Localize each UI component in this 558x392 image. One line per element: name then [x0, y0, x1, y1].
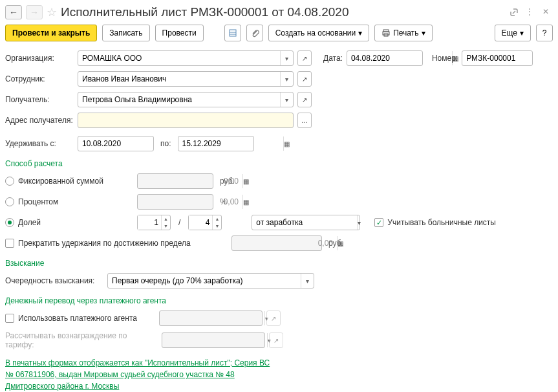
print-form-link[interactable]: В печатных формах отображается как "Испо…	[5, 357, 277, 392]
date-to-input[interactable]	[178, 136, 283, 151]
calendar-icon[interactable]: ▦	[283, 136, 290, 151]
fraction-num-input[interactable]	[138, 215, 161, 230]
date-label: Дата:	[323, 54, 343, 63]
employee-label: Сотрудник:	[5, 74, 74, 83]
recipient-label: Получатель:	[5, 95, 74, 104]
calculator-icon: ▦	[242, 174, 249, 188]
create-based-label: Создать на основании	[275, 28, 356, 38]
post-and-close-button[interactable]: Провести и закрыть	[5, 25, 97, 41]
stop-limit-label: Прекратить удержания по достижению преде…	[18, 239, 191, 248]
chevron-down-icon: ▾	[520, 28, 524, 38]
org-input[interactable]	[78, 51, 280, 65]
number-label: Номер:	[432, 54, 458, 63]
sick-leave-checkbox[interactable]	[374, 218, 383, 227]
number-input[interactable]	[462, 51, 558, 65]
fixed-radio[interactable]	[5, 177, 14, 186]
open-ref-button: ↗	[266, 310, 281, 326]
tariff-label: Рассчитывать вознаграждение по тарифу:	[5, 331, 158, 349]
employee-input[interactable]	[78, 72, 280, 86]
calculator-icon: ▦	[242, 195, 249, 209]
use-agent-label: Использовать платежного агента	[18, 314, 155, 323]
org-label: Организация:	[5, 54, 74, 63]
open-ref-button[interactable]: ↗	[297, 50, 312, 66]
chevron-down-icon: ▾	[422, 28, 425, 38]
dropdown-icon[interactable]: ▾	[301, 274, 314, 288]
fixed-label: Фиксированной суммой	[18, 177, 103, 186]
open-ref-button: ↗	[269, 332, 283, 348]
recipient-addr-label: Адрес получателя:	[5, 116, 74, 125]
queue-label: Очередность взыскания:	[5, 276, 103, 285]
stop-limit-checkbox[interactable]	[5, 239, 14, 248]
save-button[interactable]: Записать	[102, 25, 149, 41]
open-ref-button[interactable]: ↗	[297, 71, 312, 87]
create-based-on-button[interactable]: Создать на основании ▾	[268, 25, 370, 41]
limit-amount-input	[232, 236, 337, 250]
dropdown-icon[interactable]: ▾	[280, 72, 293, 86]
recipient-input[interactable]	[78, 93, 280, 107]
tariff-input	[162, 333, 267, 347]
open-ref-button[interactable]: ↗	[297, 92, 312, 107]
post-button[interactable]: Провести	[155, 25, 204, 41]
dropdown-icon[interactable]: ▾	[280, 51, 293, 65]
rub-unit: руб.	[220, 177, 235, 186]
ellipsis-button[interactable]: …	[297, 113, 312, 128]
window-title: Исполнительный лист РМЗК-000001 от 04.08…	[61, 5, 349, 19]
kebab-menu-icon[interactable]: ⋮	[526, 7, 536, 17]
from-salary-select[interactable]	[252, 215, 357, 230]
printer-icon	[381, 28, 391, 38]
structure-button[interactable]	[224, 25, 241, 41]
calc-method-header: Способ расчета	[5, 159, 553, 168]
nav-forward-button[interactable]: →	[26, 5, 43, 19]
spin-down[interactable]: ▼	[213, 223, 221, 230]
attachment-button[interactable]	[246, 25, 263, 41]
percent-label: Процентом	[18, 197, 58, 206]
link-icon[interactable]	[509, 7, 519, 17]
fraction-label: Долей	[18, 218, 41, 227]
percent-radio[interactable]	[5, 197, 14, 206]
recipient-addr-input[interactable]	[78, 113, 293, 127]
nav-back-button[interactable]: ←	[5, 5, 22, 19]
withhold-from-label: Удерживать с:	[5, 139, 74, 148]
to-label: по:	[160, 139, 171, 148]
dropdown-icon[interactable]: ▾	[357, 215, 361, 230]
chevron-down-icon: ▾	[358, 28, 362, 38]
more-button[interactable]: Еще ▾	[495, 25, 531, 41]
print-button[interactable]: Печать ▾	[374, 25, 432, 41]
pct-unit: %	[220, 197, 227, 206]
favorite-star-icon[interactable]: ☆	[47, 5, 57, 19]
spin-up[interactable]: ▲	[162, 215, 170, 223]
fraction-den-input[interactable]	[189, 215, 212, 230]
close-icon[interactable]: ✕	[542, 7, 553, 17]
svg-rect-0	[230, 30, 236, 36]
collection-header: Взыскание	[5, 259, 553, 268]
spin-down[interactable]: ▼	[162, 223, 170, 230]
fraction-radio[interactable]	[5, 218, 14, 227]
spin-up[interactable]: ▲	[213, 215, 221, 223]
help-button[interactable]: ?	[536, 25, 553, 41]
use-agent-checkbox[interactable]	[5, 314, 14, 323]
agent-input	[160, 311, 264, 325]
dropdown-icon[interactable]: ▾	[280, 93, 293, 107]
more-label: Еще	[502, 28, 517, 38]
print-label: Печать	[393, 28, 418, 38]
transfer-header: Денежный перевод через платежного агента	[5, 296, 553, 305]
sick-leave-label: Учитывать больничные листы	[387, 218, 496, 227]
queue-select[interactable]	[108, 274, 301, 288]
rub-unit: руб.	[328, 239, 343, 248]
